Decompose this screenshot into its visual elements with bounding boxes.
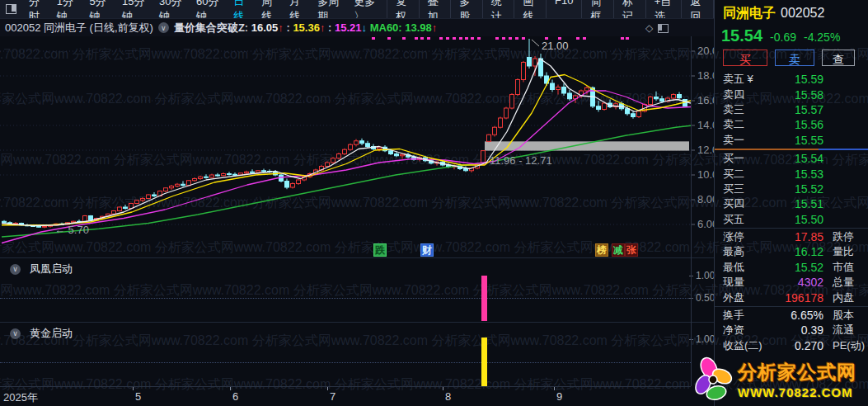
section-divider bbox=[715, 228, 868, 229]
svg-text:21.00: 21.00 bbox=[542, 40, 569, 52]
panel-title: 凤凰启动 bbox=[30, 262, 73, 276]
indicator-separator: : bbox=[245, 21, 251, 34]
quote-row[interactable]: 现量4302总量 bbox=[715, 275, 868, 290]
svg-text:11.96 - 12.71: 11.96 - 12.71 bbox=[490, 154, 552, 167]
bid-ask-divider bbox=[715, 149, 868, 150]
price-change-pct: -4.25% bbox=[804, 31, 840, 44]
quote-row[interactable]: 最高16.12量比 bbox=[715, 244, 868, 259]
candlestick-chart: 20.0018.0016.0014.0012.0010.008.006.0021… bbox=[0, 36, 714, 257]
svg-text:18.00: 18.00 bbox=[697, 69, 714, 82]
panel-collapse-icon[interactable]: ∨ bbox=[10, 264, 21, 275]
collapse-icon[interactable]: ∨ bbox=[158, 22, 169, 33]
svg-text:8.00: 8.00 bbox=[697, 193, 714, 205]
quote-row[interactable]: 涨停17.85跌停 bbox=[715, 229, 868, 244]
site-logo: 分析家公式网 WWW.70822.COM bbox=[695, 354, 868, 405]
indicator-panel: ∨黄金启动1.00 bbox=[0, 322, 714, 386]
time-axis-label: 6 bbox=[232, 390, 238, 403]
quote-row[interactable]: 买四15.51 bbox=[715, 196, 868, 211]
indicator-panel: ∨凤凰启动1.000.50 bbox=[0, 257, 714, 322]
stock-code-label: 002052 同洲电子 (日线,前复权) bbox=[5, 21, 153, 35]
svg-text:16.00: 16.00 bbox=[697, 94, 714, 106]
price-row: 15.54 -0.69 -4.25% bbox=[721, 26, 840, 45]
time-axis: 2025年56789 bbox=[0, 386, 691, 406]
split-window-icon[interactable] bbox=[658, 24, 669, 33]
quote-row[interactable]: 净资0.39流通 bbox=[715, 323, 868, 338]
svg-text:6.00: 6.00 bbox=[697, 218, 714, 230]
event-badge[interactable]: 跌 bbox=[373, 243, 387, 257]
svg-text:14.00: 14.00 bbox=[697, 119, 714, 131]
trade-button-买[interactable]: 买 bbox=[723, 50, 767, 66]
svg-text:10.00: 10.00 bbox=[697, 168, 714, 181]
time-axis-label: 8 bbox=[445, 390, 451, 403]
trade-buttons: 买卖查 bbox=[723, 50, 855, 66]
period-toolbar: 分时1分钟5分钟15分钟30分钟60分钟日线周线月线多周期更多 〉 复权叠加多股… bbox=[0, 0, 714, 18]
indicator-value: 15.21 bbox=[335, 21, 362, 34]
signal-bar bbox=[481, 276, 487, 321]
svg-text:20.00: 20.00 bbox=[697, 45, 714, 57]
panel-collapse-icon[interactable]: ∨ bbox=[10, 328, 21, 339]
indicator-value: MA60: 13.98 bbox=[370, 21, 432, 34]
order-book: 卖五 ¥15.59卖四15.58卖三15.57卖二15.56卖一15.55买一1… bbox=[715, 72, 868, 353]
indicator-values: : 16.05↑ : 15.36↑ : 15.21↓ MA60: 13.98↑ bbox=[245, 21, 438, 34]
indicator-bar: 002052 同洲电子 (日线,前复权) ∨ 量价集合突破Z : 16.05↑ … bbox=[0, 18, 714, 36]
indicator-separator: : bbox=[325, 21, 335, 34]
quote-row[interactable]: 买二15.53 bbox=[715, 166, 868, 181]
quote-row[interactable]: 买五15.50 bbox=[715, 212, 868, 227]
stock-name: 同洲电子 bbox=[723, 6, 776, 20]
logo-url: WWW.70822.COM bbox=[738, 385, 856, 399]
indicator-value: 15.36 bbox=[293, 21, 320, 34]
quote-row[interactable]: 卖三15.57 bbox=[715, 102, 868, 117]
logo-title: 分析家公式网 bbox=[738, 360, 856, 385]
flower-icon bbox=[695, 356, 734, 403]
stock-code: 002052 bbox=[781, 6, 824, 20]
quote-title: 同洲电子002052 bbox=[723, 5, 824, 22]
event-badge[interactable]: 榜 bbox=[595, 243, 608, 257]
panel-axis-label: 1.00 bbox=[696, 333, 715, 345]
svg-text:← 5.70: ← 5.70 bbox=[54, 224, 89, 236]
event-badge[interactable]: 减 bbox=[612, 243, 625, 257]
time-axis-label: 7 bbox=[330, 390, 335, 403]
indicator-value: 16.05 bbox=[251, 21, 279, 34]
section-divider bbox=[715, 306, 868, 307]
panel-axis-label: 0.50 bbox=[696, 292, 715, 304]
event-badge[interactable]: 张 bbox=[625, 243, 638, 257]
quote-row[interactable]: 最低15.52市值 bbox=[715, 260, 868, 275]
last-price: 15.54 bbox=[721, 26, 762, 45]
quote-panel: 同洲电子002052 15.54 -0.69 -4.25% 买卖查 卖五 ¥15… bbox=[714, 0, 868, 406]
indicator-bar-icons: ◇ bbox=[645, 19, 669, 37]
trade-button-卖[interactable]: 卖 bbox=[775, 50, 814, 66]
trend-arrow-icon: ↑ bbox=[432, 21, 438, 34]
panel-title: 黄金启动 bbox=[30, 326, 73, 341]
quote-row[interactable]: 卖四15.58 bbox=[715, 87, 868, 102]
time-axis-label: 5 bbox=[135, 390, 141, 403]
quote-row[interactable]: 卖二15.56 bbox=[715, 117, 868, 132]
price-axis-line bbox=[691, 36, 692, 386]
svg-text:12.00: 12.00 bbox=[697, 144, 714, 156]
stock-trading-app: 分析家公式网www.70822.com 分析家公式网www.70822.com … bbox=[0, 0, 868, 406]
quote-row[interactable]: 外盘196178内盘 bbox=[715, 290, 868, 304]
indicator-name: 量价集合突破Z bbox=[174, 21, 245, 35]
layout-icon[interactable] bbox=[6, 4, 16, 14]
time-axis-label: 2025年 bbox=[3, 390, 38, 405]
quote-row[interactable]: 换手6.65%股本 bbox=[715, 308, 868, 323]
indicator-separator: : bbox=[284, 21, 293, 34]
quote-row[interactable]: 卖一15.55 bbox=[715, 133, 868, 148]
quote-row[interactable]: 买一15.54 bbox=[715, 151, 868, 166]
time-axis-label: 9 bbox=[556, 390, 562, 403]
signal-bar bbox=[481, 338, 487, 386]
quote-row[interactable]: 卖五 ¥15.59 bbox=[715, 72, 868, 87]
event-badge[interactable]: 财 bbox=[420, 243, 434, 257]
trade-button-查[interactable]: 查 bbox=[822, 50, 855, 66]
quote-row[interactable]: 收益(二)0.270PE(动) bbox=[715, 338, 868, 353]
diamond-icon[interactable]: ◇ bbox=[645, 22, 653, 34]
panel-axis-label: 1.00 bbox=[696, 270, 715, 281]
quote-row[interactable]: 买三15.52 bbox=[715, 182, 868, 196]
price-change: -0.69 bbox=[770, 31, 796, 44]
